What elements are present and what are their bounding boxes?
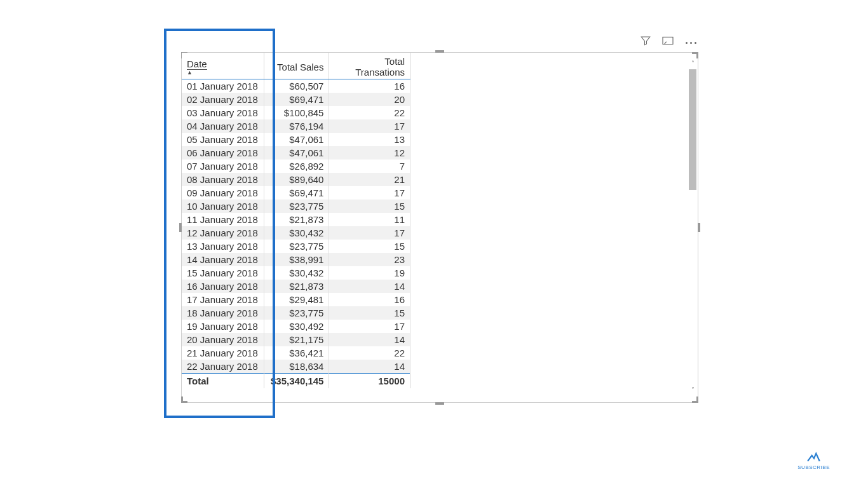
table-row[interactable]: 16 January 2018$21,87314 [182,280,410,293]
cell-total-transactions: 15 [329,306,410,320]
cell-date: 05 January 2018 [182,133,264,146]
cell-date: 19 January 2018 [182,320,264,333]
cell-date: 16 January 2018 [182,280,264,293]
cell-date: 15 January 2018 [182,266,264,280]
table-row[interactable]: 07 January 2018$26,8927 [182,159,410,173]
table-row[interactable]: 20 January 2018$21,17514 [182,333,410,346]
cell-total-transactions: 14 [329,280,410,293]
table-row[interactable]: 22 January 2018$18,63414 [182,360,410,374]
cell-total-transactions: 16 [329,79,410,93]
cell-total-transactions: 11 [329,213,410,226]
sort-ascending-icon: ▲ [187,69,259,76]
table-row[interactable]: 06 January 2018$47,06112 [182,146,410,159]
cell-total-sales: $21,873 [264,280,329,293]
table-row[interactable]: 12 January 2018$30,43217 [182,226,410,240]
cell-total-transactions: 17 [329,226,410,240]
cell-total-sales: $18,634 [264,360,329,374]
cell-total-sales: $69,471 [264,93,329,106]
cell-date: 07 January 2018 [182,159,264,173]
cell-total-transactions: 17 [329,186,410,200]
table-row[interactable]: 03 January 2018$100,84522 [182,106,410,119]
cell-total-transactions: 17 [329,119,410,133]
cell-date: 08 January 2018 [182,173,264,186]
column-header-label: Date [187,58,207,70]
cell-total-sales: $69,471 [264,186,329,200]
table-row[interactable]: 19 January 2018$30,49217 [182,320,410,333]
column-header-total-sales[interactable]: Total Sales [264,53,329,79]
cell-total-transactions: 20 [329,93,410,106]
more-options-icon[interactable] [684,36,698,47]
table-row[interactable]: 04 January 2018$76,19417 [182,119,410,133]
cell-date: 10 January 2018 [182,200,264,213]
cell-total-transactions: 14 [329,360,410,374]
column-header-label: Total Sales [277,62,323,72]
table-row[interactable]: 14 January 2018$38,99123 [182,253,410,266]
table-row[interactable]: 21 January 2018$36,42122 [182,346,410,360]
cell-total-transactions: 15 [329,240,410,253]
table-row[interactable]: 01 January 2018$60,50716 [182,79,410,93]
column-header-total-transactions[interactable]: Total Transations [329,53,410,79]
scroll-down-icon[interactable]: ˅ [689,387,696,395]
focus-mode-icon[interactable] [661,36,674,48]
cell-total-transactions: 15 [329,200,410,213]
cell-date: 03 January 2018 [182,106,264,119]
cell-total-sales: $29,481 [264,293,329,306]
scroll-up-icon[interactable]: ˄ [689,60,696,68]
cell-total-sales: $26,892 [264,159,329,173]
cell-date: 18 January 2018 [182,306,264,320]
table-row[interactable]: 17 January 2018$29,48116 [182,293,410,306]
cell-total-sales: $36,421 [264,346,329,360]
total-transactions-value: 15000 [329,374,410,389]
table-header-row: Date ▲ Total Sales Total Transations [182,53,410,79]
cell-date: 11 January 2018 [182,213,264,226]
cell-total-sales: $23,775 [264,200,329,213]
cell-total-sales: $76,194 [264,119,329,133]
resize-handle[interactable] [698,223,700,232]
cell-date: 01 January 2018 [182,79,264,93]
cell-total-transactions: 12 [329,146,410,159]
cell-date: 20 January 2018 [182,333,264,346]
cell-total-sales: $23,775 [264,306,329,320]
cell-total-sales: $30,492 [264,320,329,333]
column-header-date[interactable]: Date ▲ [182,53,264,79]
cell-date: 09 January 2018 [182,186,264,200]
table-row[interactable]: 08 January 2018$89,64021 [182,173,410,186]
cell-total-sales: $38,991 [264,253,329,266]
cell-total-sales: $30,432 [264,226,329,240]
cell-total-sales: $100,845 [264,106,329,119]
cell-total-transactions: 19 [329,266,410,280]
table-total-row: Total $35,340,145 15000 [182,374,410,389]
table-row[interactable]: 15 January 2018$30,43219 [182,266,410,280]
cell-date: 12 January 2018 [182,226,264,240]
svg-rect-0 [663,37,673,44]
resize-handle[interactable] [435,402,444,405]
table-row[interactable]: 05 January 2018$47,06113 [182,133,410,146]
table-row[interactable]: 18 January 2018$23,77515 [182,306,410,320]
table-visual[interactable]: Date ▲ Total Sales Total Transations 01 … [181,52,698,403]
cell-total-sales: $47,061 [264,133,329,146]
table-row[interactable]: 02 January 2018$69,47120 [182,93,410,106]
visual-toolbar [640,35,698,48]
subscribe-label: SUBSCRIBE [797,464,830,470]
filter-icon[interactable] [640,35,651,48]
cell-total-sales: $89,640 [264,173,329,186]
cell-total-transactions: 22 [329,106,410,119]
table-row[interactable]: 11 January 2018$21,87311 [182,213,410,226]
cell-date: 21 January 2018 [182,346,264,360]
column-header-label: Total Transations [355,56,405,78]
cell-total-sales: $60,507 [264,79,329,93]
cell-total-transactions: 17 [329,320,410,333]
cell-date: 22 January 2018 [182,360,264,374]
vertical-scrollbar[interactable]: ˄ ˅ [689,60,696,395]
cell-total-transactions: 16 [329,293,410,306]
subscribe-badge[interactable]: SUBSCRIBE [797,449,830,470]
table-row[interactable]: 09 January 2018$69,47117 [182,186,410,200]
total-sales-value: $35,340,145 [264,374,329,389]
table-row[interactable]: 10 January 2018$23,77515 [182,200,410,213]
cell-total-sales: $47,061 [264,146,329,159]
cell-total-transactions: 21 [329,173,410,186]
cell-date: 06 January 2018 [182,146,264,159]
scrollbar-thumb[interactable] [689,69,696,190]
table-row[interactable]: 13 January 2018$23,77515 [182,240,410,253]
cell-date: 14 January 2018 [182,253,264,266]
